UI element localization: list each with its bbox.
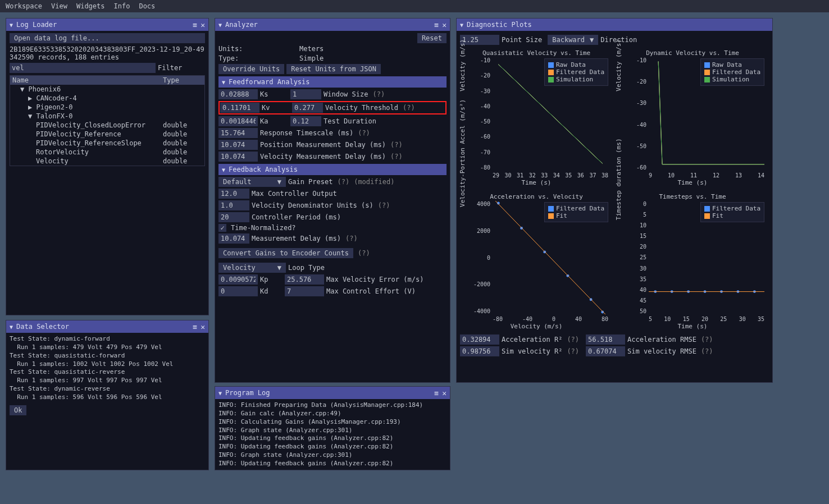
fb-header[interactable]: ▼Feedback Analysis bbox=[218, 164, 447, 175]
data-selector-line: Run 1 samples: 479 Volt 479 Pos 479 Vel bbox=[10, 343, 205, 352]
log-line: INFO: Graph state (Analyzer.cpp:301) bbox=[218, 427, 447, 435]
kv-value[interactable] bbox=[220, 103, 259, 113]
collapse-icon[interactable]: ▼ bbox=[10, 22, 13, 28]
accel-r2-value bbox=[460, 335, 499, 345]
close-icon[interactable]: ✕ bbox=[442, 21, 447, 29]
type-value: Simple bbox=[299, 54, 324, 62]
collapse-icon[interactable]: ▼ bbox=[222, 79, 225, 85]
velocity-threshold-input[interactable] bbox=[292, 103, 323, 113]
max-controller-output-label: Max Controller Output bbox=[252, 190, 337, 198]
menubar: Workspace View Widgets Info Docs bbox=[0, 0, 829, 12]
help-icon[interactable]: (?) bbox=[567, 347, 579, 355]
reset-button[interactable]: Reset bbox=[417, 33, 447, 43]
response-timescale-value[interactable] bbox=[218, 128, 258, 138]
help-icon[interactable]: (?) bbox=[403, 104, 415, 112]
menu-widgets[interactable]: Widgets bbox=[76, 2, 105, 10]
gain-preset-label: Gain Preset bbox=[288, 178, 332, 186]
ok-button[interactable]: Ok bbox=[10, 405, 26, 415]
diagnostic-plots-header[interactable]: ▼ Diagnostic Plots bbox=[457, 19, 772, 31]
chart[interactable]: Quasistatic Velocity vs. Time Velocity (… bbox=[460, 47, 613, 187]
tree-header: Name Type bbox=[10, 76, 204, 85]
ka-value[interactable] bbox=[218, 116, 258, 126]
controller-period-input[interactable] bbox=[218, 212, 249, 222]
tree-row[interactable]: PIDVelocity_ClosedLoopErrordouble bbox=[10, 121, 204, 130]
hamburger-icon[interactable]: ≡ bbox=[434, 389, 439, 397]
program-log-header[interactable]: ▼ Program Log ≡ ✕ bbox=[215, 387, 450, 399]
gain-preset-select[interactable]: Default▼ bbox=[218, 177, 286, 187]
tree-row[interactable]: PIDVelocity_ReferenceSlopedouble bbox=[10, 139, 204, 148]
max-vel-error-label: Max Velocity Error (m/s) bbox=[326, 276, 423, 283]
chart[interactable]: Timesteps vs. Time Timestep duration (ms… bbox=[616, 191, 769, 331]
collapse-icon[interactable]: ▼ bbox=[10, 324, 13, 330]
help-icon[interactable]: (?) bbox=[701, 336, 713, 343]
velocity-denom-input[interactable] bbox=[218, 200, 249, 210]
chart[interactable]: Acceleration vs. Velocity Velocity-Porti… bbox=[460, 191, 613, 331]
menu-docs[interactable]: Docs bbox=[139, 2, 155, 10]
tree-row[interactable]: ▼ Phoenix6 bbox=[10, 85, 204, 94]
log-line: INFO: Finished Preparing Data (AnalysisM… bbox=[218, 401, 447, 410]
tree-row[interactable]: ▶ CANcoder-4 bbox=[10, 94, 204, 103]
help-icon[interactable]: (?) bbox=[345, 235, 358, 242]
max-vel-error-input[interactable] bbox=[285, 274, 324, 285]
close-icon[interactable]: ✕ bbox=[442, 389, 447, 397]
accel-rmse-value bbox=[586, 335, 625, 345]
direction-select[interactable]: Backward▼ bbox=[548, 35, 598, 45]
collapse-icon[interactable]: ▼ bbox=[460, 22, 463, 28]
help-icon[interactable]: (?) bbox=[390, 141, 403, 149]
kp-value[interactable] bbox=[218, 274, 258, 285]
tree-row[interactable]: ▶ Pigeon2-0 bbox=[10, 103, 204, 112]
data-selector-header[interactable]: ▼ Data Selector ≡ ✕ bbox=[6, 320, 208, 333]
open-log-button[interactable]: Open data log file... bbox=[10, 33, 205, 43]
max-controller-output-input[interactable] bbox=[218, 189, 249, 199]
tree-row[interactable]: Velocitydouble bbox=[10, 157, 204, 166]
help-icon[interactable]: (?) bbox=[390, 153, 403, 161]
help-icon[interactable]: (?) bbox=[372, 90, 385, 98]
help-icon[interactable]: (?) bbox=[567, 336, 579, 343]
collapse-icon[interactable]: ▼ bbox=[218, 390, 222, 396]
log-records: 342590 records, 188 entries bbox=[10, 53, 205, 61]
help-icon[interactable]: (?) bbox=[701, 347, 713, 355]
log-filename: 2B189E63353385320202034383803FF_2023-12-… bbox=[10, 45, 205, 53]
hamburger-icon[interactable]: ≡ bbox=[193, 21, 197, 29]
chart[interactable]: Dynamic Velocity vs. Time Velocity (m/s)… bbox=[616, 47, 769, 187]
reset-units-json-button[interactable]: Reset Units from JSON bbox=[286, 64, 381, 74]
help-icon[interactable]: (?) bbox=[358, 249, 370, 257]
window-size-input[interactable] bbox=[290, 89, 321, 99]
ks-value[interactable] bbox=[218, 89, 258, 99]
chart-title: Quasistatic Velocity vs. Time bbox=[460, 49, 613, 57]
hamburger-icon[interactable]: ≡ bbox=[434, 21, 439, 29]
data-selector-line: Run 1 samples: 997 Volt 997 Pos 997 Vel bbox=[10, 377, 205, 385]
analyzer-header[interactable]: ▼ Analyzer ≡ ✕ bbox=[215, 19, 450, 31]
x-axis-label: Velocity (m/s) bbox=[460, 323, 613, 330]
y-axis-label: Velocity (m/s) bbox=[459, 39, 466, 91]
log-loader-header[interactable]: ▼ Log Loader ≡ ✕ bbox=[6, 19, 208, 31]
kd-value[interactable] bbox=[218, 286, 258, 296]
collapse-icon[interactable]: ▼ bbox=[218, 22, 222, 28]
override-units-button[interactable]: Override Units bbox=[218, 64, 284, 74]
ff-header[interactable]: ▼Feedforward Analysis bbox=[218, 76, 447, 88]
measurement-delay-input[interactable] bbox=[218, 233, 249, 244]
convert-gains-button[interactable]: Convert Gains to Encoder Counts bbox=[218, 248, 353, 258]
close-icon[interactable]: ✕ bbox=[201, 323, 205, 331]
help-icon[interactable]: (?) bbox=[337, 178, 349, 186]
close-icon[interactable]: ✕ bbox=[201, 21, 205, 29]
test-duration-label: Test Duration bbox=[324, 117, 376, 125]
point-size-label: Point Size bbox=[502, 36, 542, 44]
velocity-delay-value[interactable] bbox=[218, 152, 258, 162]
max-control-effort-input[interactable] bbox=[285, 286, 324, 296]
collapse-icon[interactable]: ▼ bbox=[222, 167, 225, 173]
help-icon[interactable]: (?) bbox=[378, 201, 390, 209]
hamburger-icon[interactable]: ≡ bbox=[193, 323, 197, 331]
menu-workspace[interactable]: Workspace bbox=[6, 2, 42, 10]
loop-type-select[interactable]: Velocity▼ bbox=[218, 263, 286, 273]
tree-row[interactable]: ▼ TalonFX-0 bbox=[10, 112, 204, 121]
menu-view[interactable]: View bbox=[51, 2, 67, 10]
help-icon[interactable]: (?) bbox=[358, 129, 370, 137]
test-duration-input[interactable] bbox=[290, 116, 321, 126]
filter-input[interactable] bbox=[10, 63, 156, 73]
menu-info[interactable]: Info bbox=[114, 2, 130, 10]
tree-row[interactable]: PIDVelocity_Referencedouble bbox=[10, 130, 204, 139]
position-delay-value[interactable] bbox=[218, 140, 258, 150]
time-normalized-checkbox[interactable]: ✓ bbox=[218, 224, 226, 232]
tree-row[interactable]: RotorVelocitydouble bbox=[10, 148, 204, 157]
